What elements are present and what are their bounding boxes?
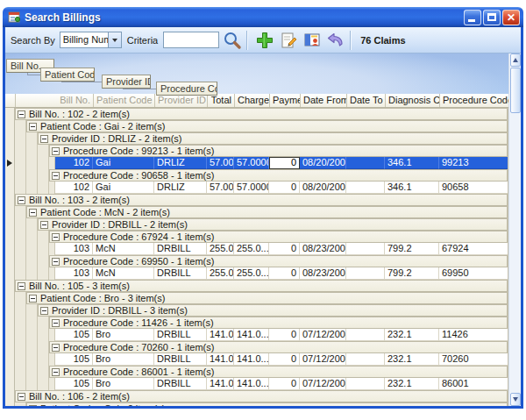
table-cell[interactable]: DRBILL bbox=[154, 378, 207, 390]
table-cell[interactable]: 799.2 bbox=[385, 243, 439, 255]
payment-edit-cell[interactable]: 0 bbox=[269, 157, 300, 169]
report-button[interactable] bbox=[302, 30, 323, 51]
column-header-charges[interactable]: Charges bbox=[235, 94, 270, 107]
table-cell[interactable]: 255.0... bbox=[207, 243, 234, 255]
table-cell[interactable]: 57.00... bbox=[207, 157, 234, 169]
table-row[interactable]: 105BroDRBILL141.0...141.0...007/12/20042… bbox=[15, 353, 508, 366]
table-cell[interactable]: 346.1 bbox=[385, 157, 439, 169]
table-cell[interactable]: 90658 bbox=[439, 182, 508, 194]
group-row[interactable]: Procedure Code : 90658 - 1 item(s) bbox=[15, 169, 508, 182]
collapse-icon[interactable] bbox=[40, 307, 48, 315]
collapse-icon[interactable] bbox=[18, 110, 25, 118]
table-cell[interactable]: 57.00... bbox=[207, 182, 234, 194]
table-cell[interactable]: DRLIZ bbox=[154, 182, 207, 194]
table-cell[interactable] bbox=[346, 378, 385, 390]
table-cell[interactable]: 57.0000 bbox=[234, 157, 269, 169]
table-cell[interactable]: DRBILL bbox=[154, 243, 207, 255]
group-row[interactable]: Procedure Code : 67924 - 1 item(s) bbox=[15, 231, 508, 243]
chevron-down-icon[interactable] bbox=[108, 32, 121, 47]
group-row-box[interactable]: Procedure Code : 70260 - 1 item(s) bbox=[49, 341, 508, 353]
table-cell[interactable] bbox=[346, 182, 385, 194]
table-cell[interactable] bbox=[346, 329, 385, 341]
table-cell[interactable]: 105 bbox=[55, 353, 93, 366]
criteria-input[interactable] bbox=[163, 32, 219, 48]
table-cell[interactable]: 141.0... bbox=[207, 378, 234, 390]
column-header-date-from[interactable]: Date From bbox=[301, 94, 347, 107]
table-cell[interactable] bbox=[346, 243, 385, 255]
table-cell[interactable]: DRBILL bbox=[154, 353, 207, 366]
table-cell[interactable]: 105 bbox=[55, 378, 93, 390]
table-cell[interactable]: 07/12/2004 bbox=[300, 378, 346, 390]
table-cell[interactable]: 08/23/2004 bbox=[300, 243, 346, 255]
table-cell[interactable]: 0 bbox=[269, 182, 300, 194]
group-row[interactable]: Bill No. : 103 - 2 item(s) bbox=[15, 194, 508, 206]
minimize-button[interactable] bbox=[464, 10, 481, 25]
column-header-provider-id[interactable]: Provider ID bbox=[155, 94, 208, 107]
group-row[interactable]: Patient Code : Gai - 2 item(s) bbox=[15, 120, 508, 132]
add-claim-button[interactable] bbox=[254, 30, 275, 51]
table-row[interactable]: 103McNDRBILL255.0...255.0...008/23/20047… bbox=[15, 267, 508, 280]
group-row[interactable]: Patient Code : Gai - 2 item(s) bbox=[15, 402, 508, 406]
collapse-icon[interactable] bbox=[52, 233, 60, 241]
table-cell[interactable]: 141.0... bbox=[234, 378, 269, 390]
table-cell[interactable] bbox=[346, 267, 385, 280]
table-cell[interactable]: 102 bbox=[55, 157, 93, 169]
column-header-payme-[interactable]: Payme... bbox=[270, 94, 301, 107]
table-cell[interactable]: 255.0... bbox=[234, 243, 269, 255]
group-row-box[interactable]: Patient Code : Gai - 2 item(s) bbox=[26, 120, 508, 132]
table-cell[interactable]: 0 bbox=[269, 353, 300, 366]
collapse-icon[interactable] bbox=[52, 172, 60, 180]
group-row-box[interactable]: Bill No. : 102 - 2 item(s) bbox=[15, 108, 508, 120]
table-cell[interactable]: DRLIZ bbox=[154, 157, 207, 169]
group-row-box[interactable]: Bill No. : 106 - 2 item(s) bbox=[15, 390, 508, 402]
group-field-patient-code[interactable]: Patient Code bbox=[40, 68, 95, 82]
group-row[interactable]: Procedure Code : 86001 - 1 item(s) bbox=[15, 366, 508, 378]
scrollbar-thumb[interactable] bbox=[510, 68, 521, 113]
table-cell[interactable]: 103 bbox=[55, 267, 93, 280]
collapse-icon[interactable] bbox=[29, 209, 37, 217]
group-row-box[interactable]: Provider ID : DRLIZ - 2 item(s) bbox=[38, 132, 508, 145]
group-row-box[interactable]: Procedure Code : 90658 - 1 item(s) bbox=[49, 169, 508, 182]
table-row[interactable]: 105BroDRBILL141.0...141.0...007/12/20042… bbox=[15, 329, 508, 341]
group-row[interactable]: Provider ID : DRBILL - 3 item(s) bbox=[15, 304, 508, 317]
table-cell[interactable]: 102 bbox=[55, 182, 93, 194]
group-row-box[interactable]: Procedure Code : 67924 - 1 item(s) bbox=[49, 231, 508, 243]
collapse-icon[interactable] bbox=[52, 319, 60, 327]
group-row-box[interactable]: Procedure Code : 69950 - 1 item(s) bbox=[49, 255, 508, 267]
group-row-box[interactable]: Bill No. : 105 - 3 item(s) bbox=[15, 280, 508, 292]
table-cell[interactable]: Bro bbox=[93, 378, 154, 390]
column-header-patient-code[interactable]: Patient Code bbox=[94, 94, 155, 107]
table-row[interactable]: 102GaiDRLIZ57.00...57.0000008/20/2004346… bbox=[15, 182, 508, 194]
scroll-up-button[interactable] bbox=[510, 53, 521, 67]
table-cell[interactable]: DRBILL bbox=[154, 329, 207, 341]
collapse-icon[interactable] bbox=[52, 368, 60, 376]
collapse-icon[interactable] bbox=[18, 282, 25, 290]
table-cell[interactable]: 08/20/2004 bbox=[300, 157, 346, 169]
table-cell[interactable]: Gai bbox=[93, 157, 154, 169]
table-cell[interactable]: 141.0... bbox=[234, 329, 269, 341]
table-cell[interactable]: 67924 bbox=[439, 243, 508, 255]
group-field-procedure-code[interactable]: Procedure Code bbox=[156, 82, 217, 96]
table-cell[interactable]: 07/12/2004 bbox=[300, 353, 346, 366]
column-header-date-to[interactable]: Date To bbox=[347, 94, 386, 107]
close-button[interactable]: ✕ bbox=[502, 10, 520, 25]
table-cell[interactable]: 0 bbox=[269, 243, 300, 255]
vertical-scrollbar[interactable] bbox=[508, 53, 521, 406]
column-header-diagnosis-code[interactable]: Diagnosis Code bbox=[386, 94, 440, 107]
group-row-box[interactable]: Provider ID : DRBILL - 3 item(s) bbox=[38, 304, 508, 317]
collapse-icon[interactable] bbox=[40, 135, 48, 143]
table-cell[interactable]: 57.0000 bbox=[234, 182, 269, 194]
table-cell[interactable]: 86001 bbox=[439, 378, 508, 390]
group-row-box[interactable]: Bill No. : 103 - 2 item(s) bbox=[15, 194, 508, 206]
table-cell[interactable]: 11426 bbox=[439, 329, 508, 341]
table-cell[interactable]: 105 bbox=[55, 329, 93, 341]
table-row[interactable]: 102GaiDRLIZ57.00...57.0000008/20/2004346… bbox=[15, 157, 508, 169]
collapse-icon[interactable] bbox=[18, 393, 25, 401]
group-row[interactable]: Patient Code : McN - 2 item(s) bbox=[15, 206, 508, 218]
title-bar[interactable]: Search Billings ✕ bbox=[3, 7, 523, 27]
column-header-procedure-code[interactable]: Procedure Code bbox=[440, 94, 509, 107]
table-cell[interactable]: 08/23/2004 bbox=[300, 267, 346, 280]
group-row-box[interactable]: Patient Code : Bro - 3 item(s) bbox=[26, 292, 508, 304]
table-cell[interactable]: 141.0... bbox=[207, 353, 234, 366]
table-cell[interactable] bbox=[346, 157, 385, 169]
